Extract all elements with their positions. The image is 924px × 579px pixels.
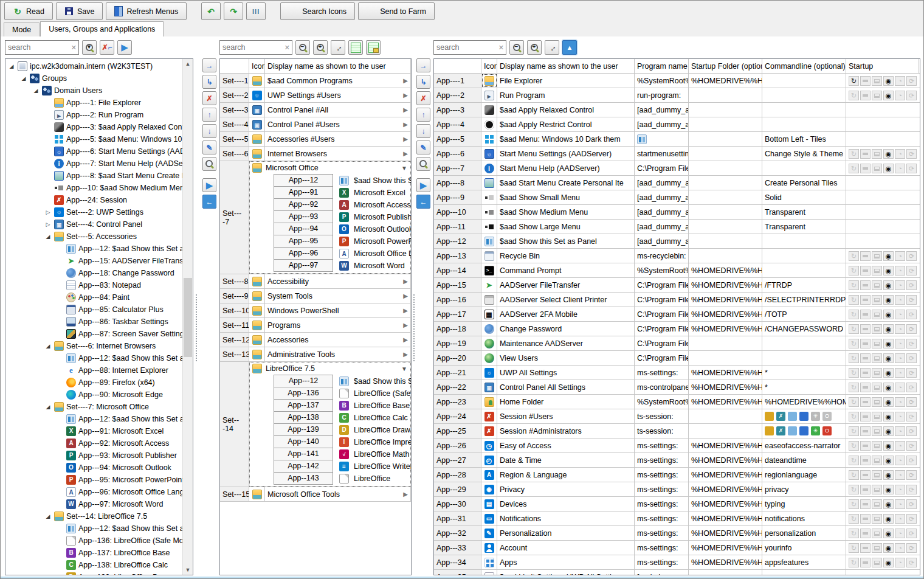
commandline-cell[interactable]: ✗✳O — [762, 424, 846, 438]
commandline-cell[interactable] — [762, 88, 846, 102]
app-icon-cell[interactable] — [481, 205, 497, 219]
session-disconnect-icon[interactable]: ✗ — [776, 426, 785, 435]
app-name-cell[interactable]: Account — [497, 541, 635, 555]
app-row[interactable]: App---23Home Folder%SystemRoot%\Explo%HO… — [434, 395, 920, 409]
tree-item[interactable]: App---12: $aad Show this Set as P — [5, 522, 182, 535]
startup-minimized-icon[interactable] — [860, 441, 871, 451]
app-name-cell[interactable]: Microsoft Outlook — [339, 224, 411, 234]
startup-visible-icon[interactable]: ◉ — [883, 558, 894, 567]
startup-wait-icon[interactable]: ◔ — [895, 470, 905, 480]
startup-run-icon[interactable]: ↻ — [849, 266, 859, 276]
app-row[interactable]: App----2Run Programrun-program:↻◉◔⟳ — [434, 88, 920, 103]
app-row[interactable]: App---27Date & Timems-settings:%HOMEDRIV… — [434, 453, 920, 468]
startup-restart-icon[interactable]: ⟳ — [906, 456, 917, 465]
set-row[interactable]: Set----5Accessories #Users▶ — [220, 132, 411, 147]
tree-item[interactable]: ▷Set----4: Control Panel — [5, 218, 182, 231]
startup-visible-icon[interactable]: ◉ — [883, 91, 894, 100]
startup-minimized-icon[interactable] — [860, 251, 871, 261]
expander-icon[interactable]: ▷ — [44, 209, 52, 215]
expand-arrow-icon[interactable]: ▶ — [403, 336, 408, 343]
app-name-cell[interactable]: $aad Show this Set as — [339, 376, 411, 386]
program-name-cell[interactable]: C:\Program Files\AAD — [635, 351, 689, 365]
startup-run-icon[interactable]: ↻ — [849, 558, 859, 567]
startup-minimized-icon[interactable] — [860, 529, 871, 538]
program-name-cell[interactable]: ms-settings: — [635, 366, 689, 380]
startup-visible-icon[interactable]: ◉ — [883, 441, 894, 451]
app-icon-cell[interactable] — [481, 336, 497, 350]
startup-wait-icon[interactable]: ◔ — [895, 164, 905, 173]
set-row[interactable]: Set----2UWP Settings #Users▶ — [220, 88, 411, 103]
set-name-cell[interactable]: Programs▶ — [265, 318, 411, 332]
app-icon-cell[interactable] — [481, 220, 497, 234]
startup-wait-icon[interactable]: ◔ — [895, 353, 905, 363]
set-row[interactable]: Set----9System Tools▶ — [220, 289, 411, 303]
startup-window-icon[interactable] — [872, 412, 882, 421]
startup-visible-icon[interactable]: ◉ — [883, 470, 894, 480]
commandline-cell[interactable]: typing — [762, 497, 846, 511]
startup-restart-icon[interactable]: ⟳ — [906, 543, 917, 553]
clear-search-icon[interactable]: ✕ — [69, 43, 78, 52]
commandline-cell[interactable]: /TOTP — [762, 307, 846, 321]
edit-node-button[interactable]: ✎ — [202, 140, 216, 154]
program-name-cell[interactable] — [635, 132, 689, 146]
app-name-cell[interactable]: Microsoft PowerPoint — [339, 237, 411, 246]
commandline-cell[interactable]: notifications — [762, 511, 846, 525]
startup-minimized-icon[interactable] — [860, 397, 871, 407]
startup-run-icon[interactable]: ↻ — [849, 529, 859, 538]
tree-item[interactable]: App----1: File Explorer — [5, 97, 182, 109]
commandline-cell[interactable] — [762, 570, 846, 575]
app-name-cell[interactable]: Maintenance AADServer — [497, 336, 635, 350]
tree-item[interactable]: App--137: LibreOffice Base — [5, 547, 182, 559]
tree-item[interactable]: App---89: Firefox (x64) — [5, 376, 182, 389]
tree-item[interactable]: App--139: LibreOffice Draw — [5, 571, 182, 575]
app-name-cell[interactable]: Microsoft Publisher — [339, 212, 411, 222]
tree-item[interactable]: ◢Groups — [5, 72, 182, 85]
edit-node-button[interactable]: ✎ — [416, 140, 430, 154]
tree-item[interactable]: App---87: Screen Saver Settings — [5, 328, 182, 340]
startup-run-icon[interactable]: ↻ — [849, 485, 859, 494]
commandline-cell[interactable]: ✗✳O — [762, 409, 846, 423]
app-icon-cell[interactable] — [481, 176, 497, 190]
commandline-cell[interactable]: * — [762, 380, 846, 394]
app-name-cell[interactable]: Microsoft Office Language — [339, 249, 411, 258]
move-up-button[interactable]: ↑ — [416, 108, 430, 122]
startup-visible-icon[interactable]: ◉ — [883, 76, 894, 86]
sets-search-input[interactable] — [220, 43, 283, 52]
set-title-line[interactable]: LibreOffice 7.5▼ — [249, 362, 411, 375]
app-icon-cell[interactable] — [481, 424, 497, 438]
app-row[interactable]: App---24Session #Usersts-session:✗✳O↻◉◔⟳ — [434, 409, 920, 424]
startup-folder-cell[interactable] — [689, 88, 762, 102]
set-title-line[interactable]: Microsoft Office▼ — [249, 161, 411, 175]
set-child-row[interactable]: App--140LibreOffice Impress — [274, 436, 411, 448]
startup-run-icon[interactable]: ↻ — [849, 91, 859, 100]
tree-item[interactable]: App---85: Calculator Plus — [5, 303, 182, 316]
move-to-set-button[interactable] — [562, 40, 577, 55]
back-button[interactable]: ← — [416, 195, 430, 209]
startup-wait-icon[interactable]: ◔ — [895, 558, 905, 567]
startup-visible-icon[interactable]: ◉ — [883, 324, 894, 334]
app-row[interactable]: App---12$aad Show this Set as Panel[aad_… — [434, 234, 920, 249]
expand-arrow-icon[interactable]: ▶ — [403, 278, 408, 285]
commandline-cell[interactable] — [762, 74, 846, 88]
startup-folder-cell[interactable] — [689, 147, 762, 161]
startup-restart-icon[interactable]: ⟳ — [906, 353, 917, 363]
clear-search-icon[interactable]: ✕ — [283, 43, 292, 52]
startup-minimized-icon[interactable] — [860, 91, 871, 100]
startup-restart-icon[interactable]: ⟳ — [906, 412, 917, 421]
program-name-cell[interactable]: ts-session: — [635, 409, 689, 423]
set-name-cell[interactable]: Administrative Tools▶ — [265, 347, 411, 361]
startup-folder-cell[interactable]: %HOMEDRIVE%%HO — [689, 453, 762, 467]
startup-folder-cell[interactable]: %HOMEDRIVE%%HO — [689, 541, 762, 555]
app-icon-cell[interactable] — [481, 380, 497, 394]
startup-folder-cell[interactable] — [689, 190, 762, 204]
session-power-icon[interactable]: O — [822, 426, 832, 435]
startup-wait-icon[interactable]: ◔ — [895, 266, 905, 276]
app-name-cell[interactable]: Easy of Access — [497, 439, 635, 452]
startup-wait-icon[interactable]: ◔ — [895, 149, 905, 159]
app-row[interactable]: App---20View UsersC:\Program Files\AAD↻◉… — [434, 351, 920, 366]
expander-icon[interactable]: ◢ — [32, 88, 40, 94]
app-name-cell[interactable]: Devices — [497, 497, 635, 511]
startup-visible-icon[interactable]: ◉ — [883, 310, 894, 319]
startup-visible-icon[interactable]: ◉ — [883, 426, 894, 436]
app-icon-cell[interactable] — [481, 482, 497, 496]
